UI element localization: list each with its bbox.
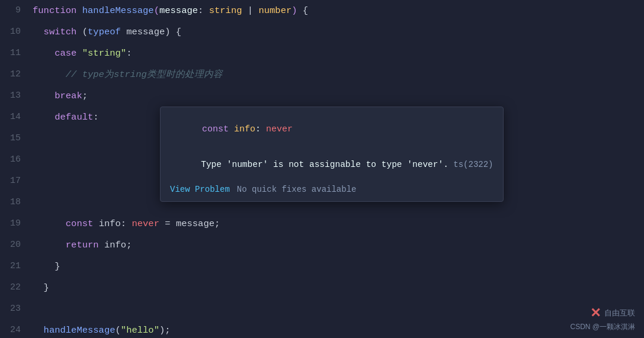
line-number-22: 22 [0, 277, 33, 298]
line-number-16: 16 [0, 149, 33, 170]
watermark-x-icon: ✕ [590, 305, 601, 321]
line-number-19: 19 [0, 213, 33, 234]
line-number-23: 23 [0, 298, 33, 320]
code-line-24: 24 handleMessage("hello"); [0, 320, 644, 338]
code-content-22: } [33, 277, 49, 298]
line-number-14: 14 [0, 107, 33, 128]
code-editor: 9 function handleMessage(message: string… [0, 0, 644, 338]
tooltip-error-message: Type 'number' is not assignable to type … [170, 150, 494, 179]
no-fixes-label: No quick fixes available [237, 185, 357, 194]
code-line-9: 9 function handleMessage(message: string… [0, 0, 644, 21]
error-tooltip: const info: never Type 'number' is not a… [160, 107, 504, 202]
line-number-21: 21 [0, 256, 33, 277]
code-content-11: case "string": [33, 43, 132, 64]
line-number-12: 12 [0, 64, 33, 85]
code-content-13: break; [33, 85, 88, 107]
line-number-11: 11 [0, 43, 33, 64]
code-content-21: } [33, 256, 60, 277]
line-number-9: 9 [0, 0, 33, 21]
code-line-23: 23 [0, 298, 644, 320]
code-content-9: function handleMessage(message: string |… [33, 0, 308, 21]
code-content-19: const info: never = message; [33, 213, 220, 234]
code-content-10: switch (typeof message) { [33, 21, 181, 43]
watermark-csdn: CSDN @一颗冰淇淋 [570, 322, 635, 332]
tooltip-actions: View Problem No quick fixes available [170, 185, 494, 194]
code-line-13: 13 break; [0, 85, 644, 107]
tooltip-signature: const info: never [170, 114, 494, 144]
code-line-20: 20 return info; [0, 234, 644, 256]
code-line-19: 19 const info: never = message; [0, 213, 644, 234]
line-number-10: 10 [0, 21, 33, 43]
code-content-12: // type为string类型时的处理内容 [33, 64, 223, 85]
watermark: ✕ 自由互联 CSDN @一颗冰淇淋 [570, 305, 635, 332]
code-line-12: 12 // type为string类型时的处理内容 [0, 64, 644, 85]
line-number-17: 17 [0, 170, 33, 192]
line-number-24: 24 [0, 320, 33, 338]
watermark-brand: 自由互联 [604, 308, 635, 318]
code-content-24: handleMessage("hello"); [33, 320, 171, 338]
code-line-10: 10 switch (typeof message) { [0, 21, 644, 43]
watermark-logo: ✕ 自由互联 [590, 305, 635, 321]
code-content-14: default: [33, 107, 99, 128]
code-line-11: 11 case "string": [0, 43, 644, 64]
code-line-21: 21 } [0, 256, 644, 277]
code-line-22: 22 } [0, 277, 644, 298]
line-number-18: 18 [0, 192, 33, 213]
line-number-20: 20 [0, 234, 33, 256]
code-content-20: return info; [33, 234, 132, 256]
line-number-13: 13 [0, 85, 33, 107]
view-problem-link[interactable]: View Problem [170, 185, 230, 194]
line-number-15: 15 [0, 128, 33, 149]
